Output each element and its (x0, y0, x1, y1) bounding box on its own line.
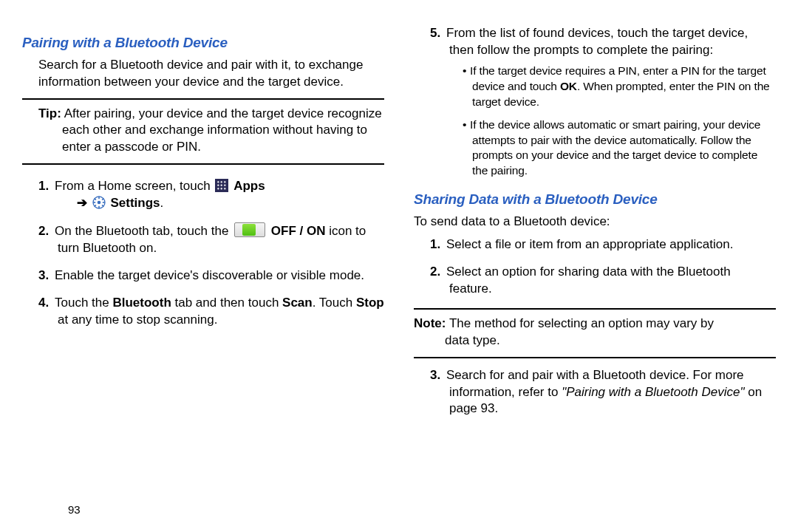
tip-block: Tip: After pairing, your device and the … (22, 106, 384, 157)
step-1-line2: ➔ Settings. (58, 196, 163, 210)
step-number: 2. (430, 264, 446, 281)
step-number: 1. (38, 178, 55, 195)
heading-sharing: Sharing Data with a Bluetooth Device (414, 190, 776, 209)
sharing-step-2: 2.Select an option for sharing data with… (430, 264, 776, 298)
text-fragment: On the Bluetooth tab, touch the (55, 224, 232, 238)
step-number: 3. (430, 367, 446, 384)
note-label: Note: (414, 316, 446, 330)
sharing-step-1: 1.Select a file or item from an appropri… (430, 236, 776, 253)
settings-label: Settings (110, 196, 160, 210)
toggle-switch-icon (234, 222, 265, 237)
bullet-auto-pair: •If the device allows automatic or smart… (463, 117, 776, 180)
note-block: Note: The method for selecting an option… (414, 316, 776, 349)
divider (22, 98, 384, 100)
heading-pairing: Pairing with a Bluetooth Device (22, 33, 384, 52)
step-number: 3. (38, 267, 55, 284)
sharing-step-3: 3.Search for and pair with a Bluetooth d… (430, 367, 776, 418)
settings-gear-icon (92, 196, 106, 209)
stop-label: Stop (356, 296, 384, 310)
step-text: Select an option for sharing data with t… (446, 265, 731, 296)
pairing-steps: 1.From a Home screen, touch Apps ➔ Setti… (22, 178, 384, 329)
svg-point-1 (97, 201, 100, 205)
step-text: On the Bluetooth tab, touch the OFF / ON… (55, 224, 366, 255)
scan-label: Scan (282, 296, 313, 310)
divider (414, 357, 776, 358)
step-text: Touch the Bluetooth tab and then touch S… (55, 296, 384, 327)
svg-rect-5 (103, 202, 105, 203)
step-number: 1. (430, 236, 446, 253)
arrow-icon: ➔ (77, 196, 87, 210)
bullet-text: If the target device requires a PIN, ent… (470, 64, 770, 108)
right-column: 5.From the list of found devices, touch … (414, 22, 776, 532)
text-fragment: at any time to stop scanning. (58, 313, 217, 327)
apps-grid-icon (215, 179, 228, 192)
sharing-steps-3: 3.Search for and pair with a Bluetooth d… (414, 367, 776, 418)
tip-body-line2: each other and exchange information with… (38, 122, 384, 156)
pairing-step-5: 5.From the list of found devices, touch … (414, 25, 776, 179)
step-text: Enable the target device's discoverable … (55, 268, 364, 282)
text-fragment: . Touch (313, 296, 356, 310)
bluetooth-label: Bluetooth (112, 296, 171, 310)
step-number: 2. (38, 223, 55, 240)
cross-reference: "Pairing with a Bluetooth Device" (562, 385, 744, 399)
text-fragment: . (160, 196, 164, 210)
tip-label: Tip: (38, 106, 61, 120)
step-text: From the list of found devices, touch th… (446, 26, 748, 57)
step-5-bullets: •If the target device requires a PIN, en… (449, 64, 776, 179)
bullet-dot-icon: • (463, 64, 470, 79)
text-fragment: From a Home screen, touch (55, 179, 214, 193)
intro-paragraph: Search for a Bluetooth device and pair w… (22, 57, 384, 91)
divider (22, 163, 384, 165)
divider (414, 308, 776, 310)
svg-rect-4 (93, 202, 95, 203)
svg-rect-3 (98, 206, 100, 208)
ok-label: OK (560, 80, 577, 92)
bullet-dot-icon: • (463, 117, 470, 133)
text-fragment: tab and then touch (171, 296, 282, 310)
text-fragment: Touch the (55, 296, 112, 310)
step-3: 3.Enable the target device's discoverabl… (38, 267, 384, 284)
note-body-line2: data type. (414, 332, 776, 349)
apps-label: Apps (233, 179, 265, 193)
off-on-label: OFF / ON (271, 224, 326, 238)
step-number: 5. (430, 25, 446, 42)
step-number: 4. (38, 295, 55, 312)
step-1: 1.From a Home screen, touch Apps ➔ Setti… (38, 178, 384, 212)
page: Pairing with a Bluetooth Device Search f… (0, 0, 798, 532)
step-4: 4.Touch the Bluetooth tab and then touch… (38, 295, 384, 329)
step-text: Select a file or item from an appropriat… (446, 237, 733, 251)
svg-rect-2 (98, 197, 100, 199)
step-text: Search for and pair with a Bluetooth dev… (446, 368, 762, 416)
step-2: 2.On the Bluetooth tab, touch the OFF / … (38, 222, 384, 257)
step-text: From a Home screen, touch Apps (55, 179, 265, 193)
bullet-pin: •If the target device requires a PIN, en… (463, 64, 776, 110)
sharing-steps-1-2: 1.Select a file or item from an appropri… (414, 236, 776, 298)
left-column: Pairing with a Bluetooth Device Search f… (22, 22, 384, 532)
sharing-intro: To send data to a Bluetooth device: (414, 214, 776, 231)
step-5: 5.From the list of found devices, touch … (430, 25, 776, 179)
bullet-text: If the device allows automatic or smart … (470, 118, 760, 177)
tip-body-line1: After pairing, your device and the targe… (64, 106, 382, 120)
note-body-line1: The method for selecting an option may v… (449, 316, 714, 330)
page-number: 93 (68, 502, 81, 517)
